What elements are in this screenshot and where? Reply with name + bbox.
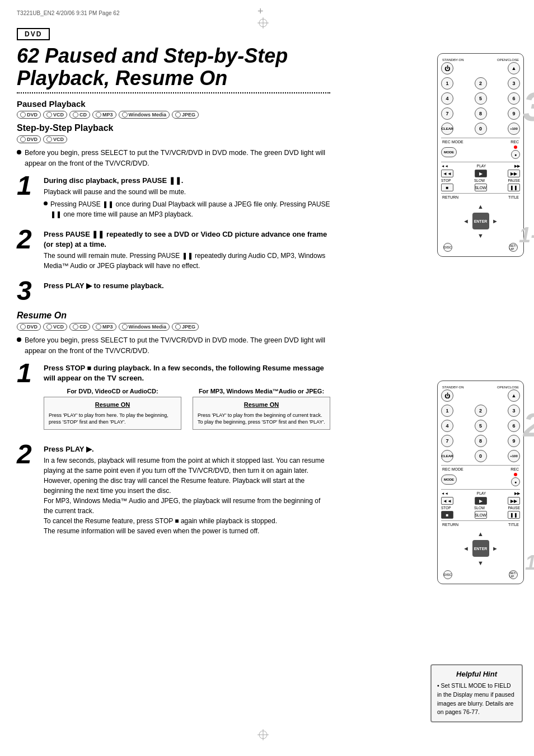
r2-rec-btn[interactable]: ●: [511, 477, 520, 486]
resume-step-1: 1 Press STOP ■ during playback. In a few…: [17, 361, 330, 434]
rec-mode-btn[interactable]: MODE: [441, 147, 457, 157]
step-1-title: During disc playback, press PAUSE ❚❚.: [44, 176, 330, 186]
r2-rec-row: REC MODE REC: [441, 467, 520, 471]
num-2-btn[interactable]: 2: [475, 77, 487, 90]
pause-btn[interactable]: ❚❚: [508, 184, 520, 191]
r2-slow-btn[interactable]: SLOW: [475, 511, 487, 519]
nav-down-btn[interactable]: ▼: [475, 230, 486, 241]
title-divider: [17, 92, 330, 93]
num-7-btn[interactable]: 7: [441, 107, 453, 120]
r2-num-9-btn[interactable]: 9: [508, 435, 520, 447]
setup-btn[interactable]: SET-UP: [509, 243, 518, 252]
r2-num-5-btn[interactable]: 5: [475, 420, 487, 432]
mp3-col-label: For MP3, Windows Media™Audio or JPEG:: [193, 388, 330, 395]
r2-nav-left-btn[interactable]: ◄: [461, 543, 472, 554]
r2-nav-up-btn[interactable]: ▲: [475, 528, 486, 539]
r2-divider3: [441, 520, 520, 521]
r2-plus100-btn[interactable]: +100: [508, 450, 520, 462]
resume-screens: For DVD, VideoCD or AudioCD: Resume ON P…: [44, 388, 330, 430]
num-4-btn[interactable]: 4: [441, 92, 453, 105]
r2-rec-btns: MODE ●: [441, 473, 520, 486]
r2-clear-btn[interactable]: CLEAR: [441, 450, 453, 462]
dvd-resume-screen: Resume ON Press 'PLAY' to play from here…: [44, 397, 181, 430]
rec-btns: MODE ●: [441, 145, 520, 159]
r2-nav-down-btn[interactable]: ▼: [475, 557, 486, 569]
transport-row1: ◄◄ ▶ ▶▶: [441, 170, 520, 177]
num-1-btn[interactable]: 1: [441, 77, 453, 90]
clear-btn[interactable]: CLEAR: [441, 123, 453, 135]
disc-icon: [20, 324, 26, 330]
r2-num-1-btn[interactable]: 1: [441, 405, 453, 417]
r2-num-2-btn[interactable]: 2: [475, 405, 487, 417]
remote1-wrapper: STANDBY·ON OPEN/CLOSE ⏻ ▲ 1 2 3 4 5 6 7: [437, 53, 524, 257]
rec-row: REC MODE REC: [441, 140, 520, 144]
disc-icon: [46, 137, 52, 142]
num-5-btn[interactable]: 5: [475, 92, 487, 105]
r2-num-8-btn[interactable]: 8: [475, 435, 487, 447]
r2-num-4-btn[interactable]: 4: [441, 420, 453, 432]
r2-slow-lbl: SLOW: [474, 506, 485, 510]
r2-disc-btn[interactable]: DISC: [443, 570, 452, 579]
media-badge-jpeg-resume: JPEG: [172, 323, 199, 331]
r2-num-7-btn[interactable]: 7: [441, 435, 453, 447]
r2-pause-btn[interactable]: ❚❚: [508, 511, 520, 519]
r2-rec-mode-btn[interactable]: MODE: [441, 475, 457, 485]
ff-btn[interactable]: ▶▶: [508, 170, 520, 177]
prerequisite-text: Before you begin, press SELECT to put th…: [25, 148, 330, 169]
step-1-sub-text: Pressing PAUSE ❚❚ once during Dual Playb…: [50, 199, 330, 219]
play-btn[interactable]: ▶: [475, 170, 487, 177]
nav-right-btn[interactable]: ►: [490, 215, 501, 227]
pause-lbl: PAUSE: [508, 179, 520, 182]
slow-btn[interactable]: SLOW: [475, 184, 487, 191]
nav-up-btn[interactable]: ▲: [475, 201, 486, 212]
rec-btn[interactable]: ●: [511, 150, 520, 159]
helpful-hint-box: Helpful Hint • Set STILL MODE to FIELD i…: [430, 664, 523, 722]
r2-ff-btn[interactable]: ▶▶: [508, 497, 520, 505]
num-3-btn[interactable]: 3: [508, 77, 520, 90]
crosshair-top: [257, 6, 269, 17]
r2-return-label: RETURN: [442, 523, 458, 527]
r2-num-0-btn[interactable]: 0: [475, 450, 487, 462]
disc-icon: [73, 112, 78, 118]
remote2-top-labels: STANDBY·ON OPEN/CLOSE: [441, 386, 520, 389]
r2-rec-dot: [514, 473, 517, 476]
disc-btn[interactable]: DISC: [443, 243, 452, 252]
resume-step-1-content: Press STOP ■ during playback. In a few s…: [44, 361, 330, 434]
r2-rew-btn[interactable]: ◄◄: [441, 497, 453, 505]
r2-enter-btn[interactable]: ENTER: [472, 540, 489, 557]
resume-step-2-content: Press PLAY ▶. In a few seconds, playback…: [44, 442, 330, 536]
step-3-content: Press PLAY ▶ to resume playback.: [44, 279, 330, 291]
mp3-resume-col: For MP3, Windows Media™Audio or JPEG: Re…: [193, 388, 330, 430]
r2-nav-right-btn[interactable]: ►: [490, 543, 501, 554]
open-close-btn[interactable]: ▲: [508, 62, 520, 74]
rec-mode-label: REC MODE: [442, 140, 463, 144]
disc-icon: [46, 324, 52, 330]
r2-rec-mode-label: REC MODE: [442, 467, 463, 471]
plus100-btn[interactable]: +100: [508, 123, 520, 135]
num-6-btn[interactable]: 6: [508, 92, 520, 105]
play-label: PLAY: [477, 164, 486, 168]
nav-left-btn[interactable]: ◄: [461, 215, 472, 227]
num-8-btn[interactable]: 8: [475, 107, 487, 120]
r2-num-6-btn[interactable]: 6: [508, 420, 520, 432]
enter-btn[interactable]: ENTER: [472, 213, 489, 229]
step-number-1: 1: [17, 173, 39, 198]
r2-play-btn[interactable]: ▶: [475, 497, 487, 505]
transport-labels: ◄◄ PLAY ▶▶: [441, 164, 520, 168]
rec-dot: [514, 145, 517, 149]
stop-btn[interactable]: ■: [441, 184, 453, 191]
rew-btn[interactable]: ◄◄: [441, 170, 453, 177]
resume-prerequisite-text: Before you begin, press SELECT to put th…: [25, 335, 330, 356]
bottom-btns: DISC SET-UP: [441, 243, 520, 252]
r2-open-close-btn[interactable]: ▲: [508, 389, 520, 402]
r2-num-3-btn[interactable]: 3: [508, 405, 520, 417]
r2-standby-btn[interactable]: ⏻: [441, 389, 453, 402]
standby-btn[interactable]: ⏻: [441, 62, 453, 74]
r2-transport-labels2: STOP SLOW PAUSE: [441, 506, 520, 510]
r2-setup-btn[interactable]: SET-UP: [509, 570, 518, 579]
r2-stop-btn[interactable]: ■: [441, 511, 453, 519]
num-9-btn[interactable]: 9: [508, 107, 520, 120]
r2-pause-lbl: PAUSE: [508, 506, 520, 510]
num-0-btn[interactable]: 0: [475, 123, 487, 135]
step-1: 1 During disc playback, press PAUSE ❚❚. …: [17, 173, 330, 219]
